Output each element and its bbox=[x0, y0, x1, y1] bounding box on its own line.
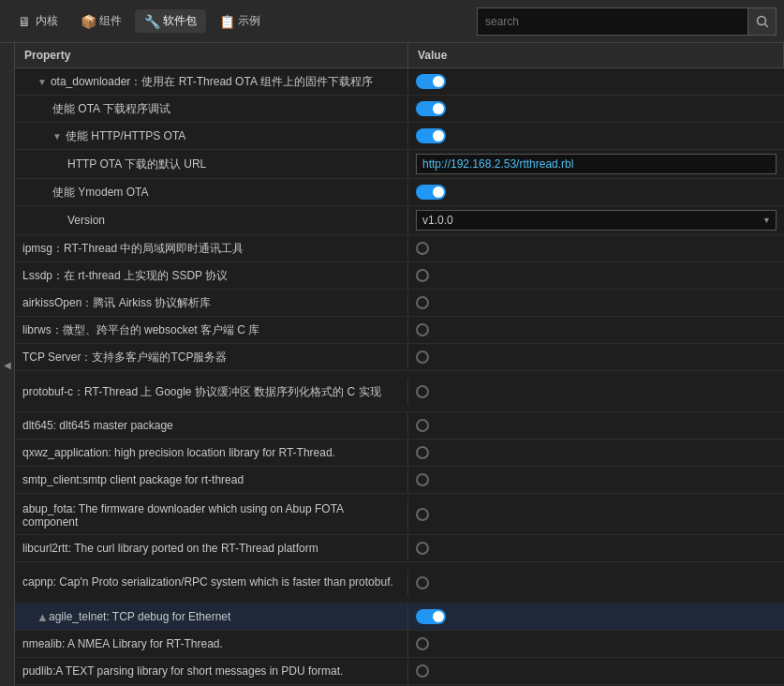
radio-lssdp[interactable] bbox=[416, 269, 429, 282]
svg-line-1 bbox=[764, 23, 768, 27]
toggle-agile-telnet[interactable] bbox=[416, 609, 446, 624]
tab-kernel[interactable]: 🖥 内核 bbox=[7, 9, 67, 33]
prop-label: ota_downloader：使用在 RT-Thread OTA 组件上的固件下… bbox=[51, 74, 373, 90]
table-row: libcurl2rtt: The curl library ported on … bbox=[15, 535, 784, 562]
val-smtp-client bbox=[408, 467, 784, 493]
prop-label: 使能 HTTP/HTTPS OTA bbox=[66, 128, 185, 144]
radio-pudlib[interactable] bbox=[416, 664, 429, 678]
table-row: Lssdp：在 rt-thread 上实现的 SSDP 协议 bbox=[15, 262, 784, 290]
prop-version: Version bbox=[15, 207, 408, 233]
val-version: v1.0.0 bbox=[408, 206, 784, 234]
val-dlt645 bbox=[408, 412, 784, 439]
prop-ipmsg: ipmsg：RT-Thread 中的局域网即时通讯工具 bbox=[15, 235, 408, 261]
kernel-icon: 🖥 bbox=[17, 14, 32, 29]
prop-abup-fota: abup_fota: The firmware downloader which… bbox=[15, 497, 408, 532]
prop-dlt645: dlt645: dlt645 master package bbox=[15, 412, 408, 439]
table-row: HTTP OTA 下载的默认 URL bbox=[15, 150, 784, 179]
prop-pudlib: pudlib:A TEXT parsing library for short … bbox=[15, 658, 408, 684]
main-content: ◀ Property Value ▼ ota_downloader：使用在 RT… bbox=[0, 43, 784, 686]
version-select[interactable]: v1.0.0 bbox=[416, 210, 777, 231]
radio-qxwz[interactable] bbox=[416, 446, 429, 459]
url-input[interactable] bbox=[416, 154, 777, 174]
prop-label: protobuf-c：RT-Thread 上 Google 协议缓冲区 数据序列… bbox=[22, 384, 381, 400]
side-toggle[interactable]: ◀ bbox=[0, 43, 15, 686]
val-http-ota-url bbox=[408, 150, 784, 178]
search-icon bbox=[756, 15, 769, 28]
tab-packages-label: 软件包 bbox=[163, 13, 197, 29]
radio-librws[interactable] bbox=[416, 323, 429, 336]
prop-tcp-server: TCP Server：支持多客户端的TCP服务器 bbox=[15, 344, 408, 370]
prop-label: 使能 OTA 下载程序调试 bbox=[52, 101, 170, 117]
val-nmealib bbox=[408, 631, 784, 657]
val-capnp bbox=[408, 570, 784, 596]
prop-label: ipmsg：RT-Thread 中的局域网即时通讯工具 bbox=[22, 241, 244, 257]
prop-label: qxwz_application: high precision locatio… bbox=[22, 446, 335, 459]
prop-ota-downloader: ▼ ota_downloader：使用在 RT-Thread OTA 组件上的固… bbox=[15, 68, 408, 95]
val-ota-downloader bbox=[408, 68, 784, 95]
tab-components[interactable]: 📦 组件 bbox=[71, 9, 131, 33]
table-row: ▶ agile_telnet: TCP debug for Ethernet bbox=[15, 604, 784, 631]
property-table: Property Value ▼ ota_downloader：使用在 RT-T… bbox=[15, 43, 784, 686]
table-row: ▼ 使能 HTTP/HTTPS OTA bbox=[15, 123, 784, 150]
search-button[interactable] bbox=[748, 7, 777, 36]
table-header: Property Value bbox=[15, 43, 784, 68]
radio-nmealib[interactable] bbox=[416, 637, 429, 650]
table-row: ▼ ota_downloader：使用在 RT-Thread OTA 组件上的固… bbox=[15, 68, 784, 96]
radio-capnp[interactable] bbox=[416, 576, 429, 589]
examples-icon: 📋 bbox=[219, 14, 234, 29]
prop-label: agile_telnet: TCP debug for Ethernet bbox=[49, 610, 230, 623]
app-container: 🖥 内核 📦 组件 🔧 软件包 📋 示例 bbox=[0, 0, 784, 686]
prop-label: dlt645: dlt645 master package bbox=[22, 419, 173, 432]
prop-label: capnp: Cap'n Proto serialization/RPC sys… bbox=[22, 575, 393, 589]
prop-smtp-client: smtp_client:smtp client package for rt-t… bbox=[15, 467, 408, 493]
radio-tcp-server[interactable] bbox=[416, 350, 429, 364]
table-row: dlt645: dlt645 master package bbox=[15, 412, 784, 440]
svg-point-0 bbox=[757, 16, 765, 24]
search-input[interactable] bbox=[477, 7, 748, 36]
prop-label: Version bbox=[67, 214, 105, 227]
header-property: Property bbox=[15, 43, 408, 67]
prop-http-ota-url: HTTP OTA 下载的默认 URL bbox=[15, 151, 408, 177]
expand-arrow-icon[interactable]: ▼ bbox=[37, 77, 47, 87]
val-ipmsg bbox=[408, 235, 784, 261]
topbar: 🖥 内核 📦 组件 🔧 软件包 📋 示例 bbox=[0, 0, 784, 43]
val-tcp-server bbox=[408, 344, 784, 370]
toggle-ota-downloader[interactable] bbox=[416, 74, 446, 89]
expand-arrow-icon[interactable]: ▶ bbox=[37, 613, 47, 620]
expand-arrow-icon[interactable]: ▼ bbox=[52, 131, 62, 142]
table-row: ipmsg：RT-Thread 中的局域网即时通讯工具 bbox=[15, 235, 784, 262]
prop-label: airkissOpen：腾讯 Airkiss 协议解析库 bbox=[22, 295, 211, 311]
table-row: 使能 OTA 下载程序调试 bbox=[15, 96, 784, 123]
table-row: nmealib: A NMEA Library for RT-Thread. bbox=[15, 631, 784, 658]
val-libcurl2rtt bbox=[408, 535, 784, 561]
toggle-enable-http-ota[interactable] bbox=[416, 128, 446, 143]
select-wrapper: v1.0.0 bbox=[416, 210, 777, 231]
table-row: protobuf-c：RT-Thread 上 Google 协议缓冲区 数据序列… bbox=[15, 371, 784, 412]
prop-label: nmealib: A NMEA Library for RT-Thread. bbox=[22, 637, 223, 650]
radio-smtp-client[interactable] bbox=[416, 473, 429, 486]
val-enable-http-ota bbox=[408, 123, 784, 149]
toggle-enable-ota-download[interactable] bbox=[416, 101, 446, 116]
radio-dlt645[interactable] bbox=[416, 419, 429, 432]
tab-packages[interactable]: 🔧 软件包 bbox=[135, 9, 206, 33]
val-enable-ota-download bbox=[408, 96, 784, 122]
radio-abup-fota[interactable] bbox=[416, 508, 429, 521]
radio-protobuf[interactable] bbox=[416, 385, 429, 398]
prop-label: TCP Server：支持多客户端的TCP服务器 bbox=[22, 350, 227, 365]
prop-label: Lssdp：在 rt-thread 上实现的 SSDP 协议 bbox=[22, 268, 228, 284]
table-row: smtp_client:smtp client package for rt-t… bbox=[15, 467, 784, 494]
toggle-enable-ymodem[interactable] bbox=[416, 185, 446, 200]
table-row: abup_fota: The firmware downloader which… bbox=[15, 494, 784, 535]
radio-ipmsg[interactable] bbox=[416, 242, 429, 255]
val-abup-fota bbox=[408, 501, 784, 528]
radio-airkissopen[interactable] bbox=[416, 296, 429, 309]
tab-examples-label: 示例 bbox=[238, 13, 260, 29]
prop-label: 使能 Ymodem OTA bbox=[52, 185, 148, 201]
radio-libcurl2rtt[interactable] bbox=[416, 542, 429, 555]
search-area bbox=[477, 7, 777, 36]
tab-examples[interactable]: 📋 示例 bbox=[210, 9, 270, 33]
prop-airkissopen: airkissOpen：腾讯 Airkiss 协议解析库 bbox=[15, 290, 408, 316]
prop-label: librws：微型、跨平台的 websocket 客户端 C 库 bbox=[22, 322, 259, 338]
val-protobuf bbox=[408, 379, 784, 405]
table-row: capnp: Cap'n Proto serialization/RPC sys… bbox=[15, 562, 784, 604]
